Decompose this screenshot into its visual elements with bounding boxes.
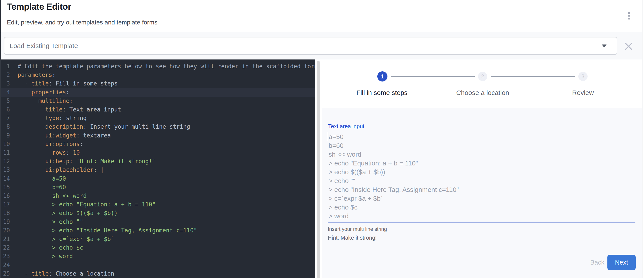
editor-line: 15 b=60 [1,183,316,192]
stepper-step-2[interactable]: 2 [478,72,487,81]
editor-line: 24 [1,261,316,270]
editor-line: 8 description: Insert your multi line st… [1,122,316,131]
stepper-label-fill-in-some-steps: Fill in some steps [356,89,408,96]
line-number: 10 [1,140,13,148]
textarea-placeholder-line: > echo "Inside Here Tag, Assignment c=11… [328,185,459,194]
line-number: 2 [1,71,13,79]
line-number: 8 [1,122,13,131]
line-content: > c=`expr $a + $b` [13,235,114,244]
template-editor-page: Template Editor Edit, preview, and try o… [0,0,644,278]
line-content: ui:help: 'Hint: Make it strong!' [13,157,156,166]
textarea-placeholder-line: > echo "" [328,176,459,185]
textarea-placeholder-line: sh << word [328,150,459,159]
textarea-placeholder-line: > c=`expr $a + $b` [328,194,459,203]
line-content: ui:placeholder: | [13,166,104,174]
line-number: 16 [1,192,13,200]
load-template-placeholder: Load Existing Template [10,37,78,54]
editor-line: 17 > echo "Equation: a + b = 110" [1,200,316,209]
text-cursor [328,132,328,141]
line-content: > word [13,252,73,261]
line-content: > echo "" [13,218,83,226]
editor-line: 5 multiline: [1,97,316,105]
line-number: 17 [1,200,13,209]
line-content: type: string [13,114,86,122]
line-number: 3 [1,79,13,88]
editor-line: 13 ui:placeholder: | [1,166,316,174]
editor-line: 25 - title: Choose a location [1,270,316,278]
editor-line: 7 type: string [1,114,316,122]
editor-line: 12 ui:help: 'Hint: Make it strong!' [1,157,316,166]
page-title: Template Editor [7,2,71,12]
editor-line: 19 > echo "" [1,218,316,226]
line-content: - title: Fill in some steps [13,79,118,88]
stepper-connector-1 [391,76,475,77]
textarea-placeholder-line: > echo $c [328,203,459,212]
stepper-label-review: Review [572,89,594,96]
line-content: description: Insert your multi line stri… [13,122,190,131]
line-number: 6 [1,105,13,114]
line-number: 9 [1,131,13,140]
textarea-placeholder-line: b=60 [328,141,459,150]
line-number: 23 [1,252,13,261]
line-content: > echo "Inside Here Tag, Assignment c=11… [13,226,197,235]
line-content: > echo $(($a + $b)) [13,209,118,217]
textarea-placeholder-line: > word [328,212,459,221]
line-number: 11 [1,148,13,157]
line-number: 18 [1,209,13,217]
editor-scrollbar-thumb[interactable] [317,61,320,278]
line-number: 7 [1,114,13,122]
line-number: 25 [1,270,13,278]
textarea-input[interactable]: a=50b=60sh << word> echo "Equation: a + … [328,131,636,223]
line-content: ui:options: [13,140,83,148]
line-number: 14 [1,174,13,183]
kebab-menu-button[interactable] [624,10,634,22]
editor-line: 20 > echo "Inside Here Tag, Assignment c… [1,226,316,235]
textarea-placeholder-line: a=50 [328,132,459,141]
editor-line: 21 > c=`expr $a + $b` [1,235,316,244]
back-button[interactable]: Back [584,256,610,269]
editor-line: 11 rows: 10 [1,148,316,157]
line-content: > echo "Equation: a + b = 110" [13,200,156,209]
line-content: a=50 [13,174,66,183]
line-number: 12 [1,157,13,166]
line-content: > echo $c [13,244,83,252]
editor-line: 4 properties: [1,88,316,97]
line-content: properties: [13,88,70,97]
load-template-select[interactable]: Load Existing Template [4,37,617,55]
window-right-edge [642,0,642,278]
line-content: ui:widget: textarea [13,131,111,140]
next-button[interactable]: Next [608,255,636,270]
editor-line: 22 > echo $c [1,244,316,252]
line-number: 4 [1,88,13,97]
line-content: multiline: [13,97,73,105]
line-content: rows: 10 [13,148,80,157]
line-content [13,261,18,270]
line-number: 1 [1,62,13,71]
textarea-placeholder-line: > echo "Equation: a + b = 110" [328,159,459,168]
stepper-label-choose-a-location: Choose a location [456,89,509,96]
line-content: sh << word [13,192,86,200]
line-number: 13 [1,166,13,174]
line-number: 22 [1,244,13,252]
editor-line: 2parameters: [1,71,316,79]
editor-line: 9 ui:widget: textarea [1,131,316,140]
stepper-connector-2 [491,76,575,77]
textarea-placeholder-line: > echo $(($a + $b)) [328,168,459,176]
textarea-placeholder: a=50b=60sh << word> echo "Equation: a + … [328,132,459,221]
textarea-field-label: Text area input [328,123,364,130]
stepper-step-1[interactable]: 1 [377,71,388,81]
yaml-code-editor[interactable]: 1# Edit the template parameters below to… [1,59,316,278]
form-preview-card: Text area input a=50b=60sh << word> echo… [322,108,642,278]
line-number: 19 [1,218,13,226]
editor-line: 10 ui:options: [1,140,316,148]
template-toolbar: Load Existing Template [1,32,642,59]
editor-line: 6 title: Text area input [1,105,316,114]
stepper-step-3[interactable]: 3 [578,72,588,81]
chevron-down-icon [602,44,606,47]
close-icon [624,41,634,51]
editor-line: 1# Edit the template parameters below to… [1,62,316,71]
line-number: 5 [1,97,13,105]
editor-lines: 1# Edit the template parameters below to… [1,62,316,278]
clear-template-button[interactable] [624,41,634,51]
line-number: 21 [1,235,13,244]
